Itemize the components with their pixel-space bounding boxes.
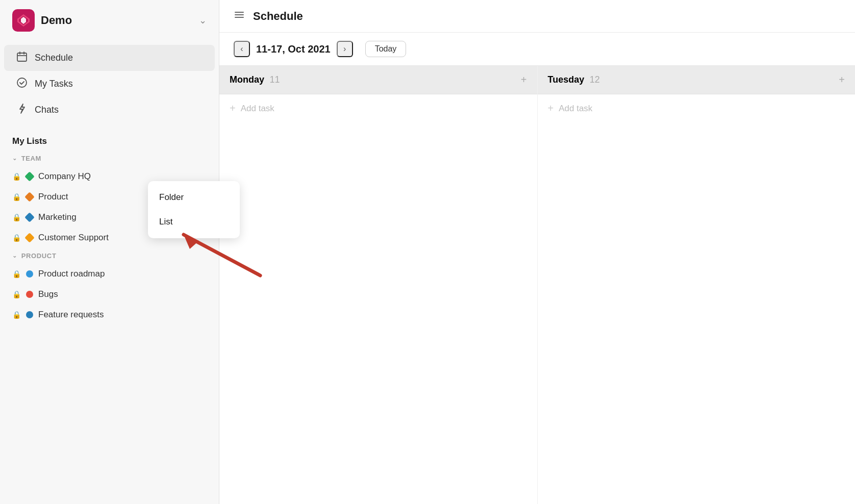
svg-point-5 — [17, 78, 27, 87]
day-name-tuesday: Tuesday 12 — [548, 74, 600, 85]
prev-week-button[interactable]: ‹ — [234, 41, 250, 57]
dot-product — [24, 192, 35, 202]
lock-marketing-icon: 🔒 — [12, 213, 21, 221]
add-task-monday-button[interactable]: + — [521, 74, 527, 86]
sidebar-item-my-tasks[interactable]: My Tasks — [4, 71, 215, 97]
dot-customer-support — [24, 233, 35, 243]
popup-item-folder[interactable]: Folder — [148, 185, 240, 210]
sidebar-item-schedule-label: Schedule — [35, 53, 73, 63]
list-item-bugs-label: Bugs — [38, 289, 58, 299]
today-button[interactable]: Today — [365, 41, 407, 57]
day-column-monday: Monday 11 + + Add task — [219, 66, 537, 504]
lock-product-roadmap-icon: 🔒 — [12, 270, 21, 278]
day-name-monday-text: Monday — [230, 74, 264, 85]
day-header-tuesday: Tuesday 12 + — [538, 66, 856, 94]
list-item-product-label: Product — [38, 192, 68, 202]
chevron-product-icon: ⌄ — [12, 253, 17, 259]
app-chevron-icon[interactable]: ⌄ — [199, 15, 207, 26]
topbar: Schedule — [219, 0, 855, 33]
add-task-plus-monday-icon: + — [230, 103, 236, 114]
day-name-monday: Monday 11 — [230, 74, 280, 85]
list-item-feature-requests-label: Feature requests — [38, 310, 104, 320]
add-task-plus-tuesday-icon: + — [548, 103, 554, 114]
popup-list-label: List — [159, 217, 172, 226]
list-item-product-roadmap[interactable]: 🔒 Product roadmap — [0, 264, 219, 284]
sidebar: Demo ⌄ Schedule My — [0, 0, 219, 504]
calendar-nav: ‹ 11-17, Oct 2021 › Today — [219, 33, 855, 66]
group-team-label: TEAM — [21, 155, 41, 162]
group-product-label: PRODUCT — [21, 252, 57, 260]
sidebar-item-chats-label: Chats — [35, 105, 59, 115]
sidebar-item-schedule[interactable]: Schedule — [4, 45, 215, 71]
dot-marketing — [24, 212, 35, 222]
popup-menu: Folder List — [148, 181, 240, 238]
group-team-header[interactable]: ⌄ TEAM — [0, 150, 219, 166]
list-item-bugs[interactable]: 🔒 Bugs — [0, 284, 219, 305]
lock-product-icon: 🔒 — [12, 193, 21, 201]
sidebar-item-chats[interactable]: Chats — [4, 97, 215, 123]
day-number-monday: 11 — [269, 74, 280, 85]
main-content: Schedule ‹ 11-17, Oct 2021 › Today Monda… — [219, 0, 855, 504]
add-task-tuesday-button[interactable]: + — [839, 74, 845, 86]
list-item-product-roadmap-label: Product roadmap — [38, 269, 105, 279]
add-task-row-monday[interactable]: + Add task — [219, 94, 537, 122]
dot-bugs — [26, 291, 33, 298]
popup-folder-label: Folder — [159, 192, 184, 202]
app-logo — [12, 9, 35, 32]
app-title: Demo — [41, 14, 72, 27]
lock-bugs-icon: 🔒 — [12, 290, 21, 298]
lightning-icon — [16, 103, 28, 117]
next-week-button[interactable]: › — [337, 41, 353, 57]
dot-feature-requests — [26, 311, 33, 318]
day-column-tuesday: Tuesday 12 + + Add task — [538, 66, 856, 504]
my-lists-section-title: My Lists — [0, 127, 219, 150]
check-circle-icon — [16, 77, 28, 91]
hamburger-icon[interactable] — [234, 9, 245, 23]
sidebar-item-my-tasks-label: My Tasks — [35, 79, 73, 89]
add-task-tuesday-label: Add task — [559, 104, 592, 114]
date-range-label: 11-17, Oct 2021 — [256, 43, 331, 55]
sidebar-nav: Schedule My Tasks Chats — [0, 41, 219, 127]
sidebar-header: Demo ⌄ — [0, 0, 219, 41]
day-header-monday: Monday 11 + — [219, 66, 537, 94]
list-item-company-hq-label: Company HQ — [38, 171, 91, 182]
dot-product-roadmap — [26, 270, 33, 278]
page-title: Schedule — [253, 10, 303, 23]
schedule-icon — [16, 51, 28, 65]
list-item-marketing-label: Marketing — [38, 212, 77, 222]
add-task-row-tuesday[interactable]: + Add task — [538, 94, 856, 122]
list-item-feature-requests[interactable]: 🔒 Feature requests — [0, 305, 219, 325]
schedule-grid: Monday 11 + + Add task Tuesday 12 + + — [219, 66, 855, 504]
list-item-customer-support-label: Customer Support — [38, 233, 109, 243]
day-name-tuesday-text: Tuesday — [548, 74, 585, 85]
svg-rect-1 — [17, 53, 27, 61]
lock-customer-support-icon: 🔒 — [12, 234, 21, 242]
lock-feature-requests-icon: 🔒 — [12, 311, 21, 319]
group-product-header[interactable]: ⌄ PRODUCT — [0, 248, 219, 264]
lock-company-hq-icon: 🔒 — [12, 172, 21, 181]
chevron-team-icon: ⌄ — [12, 155, 17, 162]
day-number-tuesday: 12 — [590, 74, 600, 85]
add-task-monday-label: Add task — [241, 104, 274, 114]
popup-item-list[interactable]: List — [148, 210, 240, 234]
dot-company-hq — [24, 171, 35, 182]
